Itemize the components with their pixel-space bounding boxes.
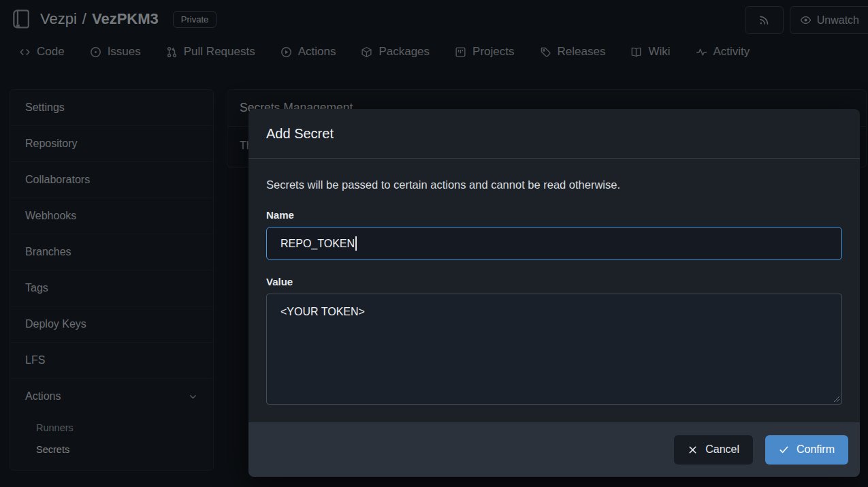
modal-body: Secrets will be passed to certain action… [248,159,860,405]
secret-name-input[interactable]: REPO_TOKEN [266,227,842,260]
secret-value-textarea[interactable]: <YOUR TOKEN> [266,294,842,405]
add-secret-modal: Add Secret Secrets will be passed to cer… [248,109,860,477]
confirm-button-label: Confirm [797,443,835,456]
modal-description: Secrets will be passed to certain action… [266,178,842,191]
value-field-label: Value [266,276,842,287]
textarea-resize-handle[interactable] [832,394,840,403]
cancel-button[interactable]: Cancel [674,435,753,465]
modal-footer: Cancel Confirm [248,422,860,477]
secret-name-value: REPO_TOKEN [280,238,355,250]
x-icon [688,445,698,455]
name-field-label: Name [266,209,842,221]
cancel-button-label: Cancel [705,443,739,456]
check-icon [779,445,789,455]
confirm-button[interactable]: Confirm [765,435,848,465]
text-caret [355,236,357,251]
secret-value-text: <YOUR TOKEN> [280,306,365,317]
page: Vezpi / VezPKM3 Private [0,0,868,487]
modal-title: Add Secret [248,109,860,159]
